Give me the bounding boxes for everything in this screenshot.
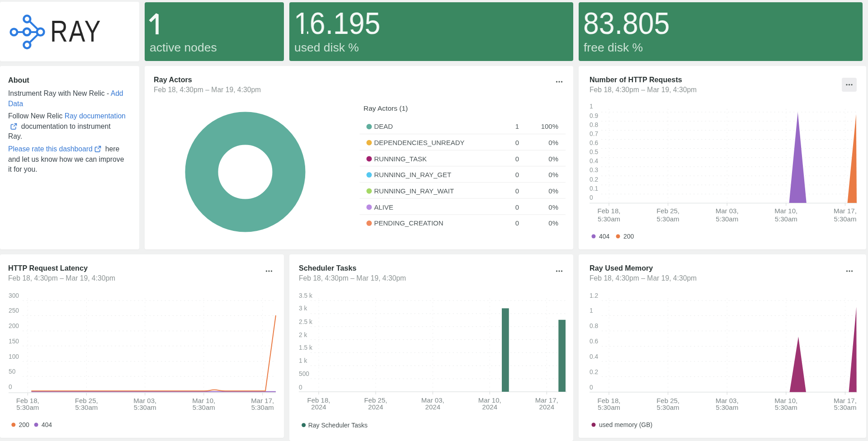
- svg-text:1 k: 1 k: [299, 357, 307, 364]
- svg-text:200: 200: [623, 233, 634, 240]
- svg-text:5:30am: 5:30am: [134, 403, 156, 411]
- svg-text:DEPENDENCIES_UNREADY: DEPENDENCIES_UNREADY: [374, 139, 465, 146]
- svg-text:used memory (GB): used memory (GB): [599, 421, 652, 428]
- svg-text:250: 250: [9, 307, 19, 314]
- svg-text:50: 50: [9, 368, 16, 375]
- svg-text:2024: 2024: [311, 403, 326, 411]
- svg-text:0.8: 0.8: [590, 122, 599, 128]
- svg-text:2024: 2024: [482, 403, 497, 411]
- svg-text:0: 0: [515, 139, 519, 146]
- svg-text:0%: 0%: [548, 219, 558, 227]
- svg-text:0.9: 0.9: [590, 113, 599, 119]
- svg-text:0.5: 0.5: [590, 149, 599, 155]
- svg-text:2024: 2024: [425, 403, 440, 411]
- svg-text:0: 0: [515, 203, 519, 211]
- svg-text:0.4: 0.4: [590, 158, 599, 164]
- svg-text:300: 300: [9, 292, 19, 299]
- svg-text:0.2: 0.2: [590, 176, 598, 183]
- svg-text:404: 404: [599, 233, 610, 240]
- svg-text:0.1: 0.1: [590, 185, 598, 192]
- svg-text:2 k: 2 k: [299, 332, 307, 338]
- svg-text:5:30am: 5:30am: [716, 403, 738, 411]
- svg-text:Ray Scheduler Tasks: Ray Scheduler Tasks: [308, 422, 368, 429]
- svg-text:0%: 0%: [548, 187, 558, 195]
- svg-text:1: 1: [515, 122, 519, 130]
- svg-text:500: 500: [299, 371, 309, 377]
- svg-text:5:30am: 5:30am: [598, 403, 620, 411]
- svg-text:0: 0: [9, 384, 12, 390]
- svg-text:5:30am: 5:30am: [657, 215, 679, 223]
- svg-text:Feb 18,: Feb 18,: [598, 207, 621, 215]
- svg-text:5:30am: 5:30am: [193, 403, 215, 411]
- svg-text:Mar 10,: Mar 10,: [774, 207, 797, 215]
- svg-text:5:30am: 5:30am: [834, 215, 856, 223]
- svg-text:0: 0: [590, 384, 593, 391]
- svg-text:200: 200: [19, 421, 30, 428]
- svg-text:0.2: 0.2: [590, 369, 598, 375]
- svg-text:0%: 0%: [548, 139, 558, 146]
- svg-text:200: 200: [9, 323, 19, 329]
- svg-text:ALIVE: ALIVE: [374, 203, 394, 211]
- svg-text:5:30am: 5:30am: [775, 215, 797, 223]
- svg-text:0%: 0%: [548, 155, 558, 163]
- svg-text:Feb 25,: Feb 25,: [656, 207, 679, 215]
- svg-text:0.6: 0.6: [590, 140, 599, 146]
- svg-text:1.2: 1.2: [590, 292, 598, 299]
- svg-text:DEAD: DEAD: [374, 122, 393, 130]
- svg-text:1: 1: [590, 103, 593, 110]
- svg-text:0.8: 0.8: [590, 323, 599, 329]
- svg-text:RUNNING_IN_RAY_WAIT: RUNNING_IN_RAY_WAIT: [374, 187, 454, 195]
- svg-text:150: 150: [9, 338, 19, 345]
- svg-text:Mar 17,: Mar 17,: [834, 207, 857, 215]
- svg-text:0%: 0%: [548, 171, 558, 178]
- svg-text:Mar 03,: Mar 03,: [716, 207, 739, 215]
- svg-text:0: 0: [515, 155, 519, 163]
- svg-text:3.5 k: 3.5 k: [299, 292, 312, 299]
- svg-text:0: 0: [515, 219, 519, 227]
- svg-text:0.3: 0.3: [590, 167, 599, 174]
- svg-text:0.4: 0.4: [590, 353, 599, 360]
- svg-text:RUNNING_TASK: RUNNING_TASK: [374, 155, 427, 163]
- svg-text:RUNNING_IN_RAY_GET: RUNNING_IN_RAY_GET: [374, 171, 452, 178]
- svg-text:PENDING_CREATION: PENDING_CREATION: [374, 219, 443, 227]
- svg-text:5:30am: 5:30am: [716, 215, 738, 223]
- svg-text:0: 0: [590, 194, 593, 201]
- svg-text:0.7: 0.7: [590, 131, 598, 137]
- svg-text:2.5 k: 2.5 k: [299, 319, 312, 325]
- svg-text:0%: 0%: [548, 203, 558, 211]
- svg-text:100%: 100%: [541, 122, 558, 130]
- svg-text:5:30am: 5:30am: [598, 215, 620, 223]
- svg-text:0: 0: [299, 384, 302, 391]
- svg-text:100: 100: [9, 353, 19, 360]
- svg-text:2024: 2024: [539, 403, 554, 411]
- svg-text:Ray Actors (1): Ray Actors (1): [363, 104, 408, 112]
- svg-text:0.6: 0.6: [590, 338, 599, 345]
- svg-text:5:30am: 5:30am: [251, 403, 274, 411]
- svg-text:5:30am: 5:30am: [657, 403, 679, 411]
- svg-text:404: 404: [42, 421, 52, 428]
- svg-text:0: 0: [515, 187, 519, 195]
- svg-text:5:30am: 5:30am: [75, 403, 98, 411]
- svg-text:0: 0: [515, 171, 519, 178]
- svg-text:1: 1: [590, 307, 593, 314]
- svg-text:5:30am: 5:30am: [775, 403, 797, 411]
- svg-text:5:30am: 5:30am: [16, 403, 39, 411]
- svg-text:2024: 2024: [368, 403, 383, 411]
- svg-text:3 k: 3 k: [299, 305, 307, 312]
- svg-text:1.5 k: 1.5 k: [299, 344, 312, 351]
- svg-text:5:30am: 5:30am: [834, 403, 856, 411]
